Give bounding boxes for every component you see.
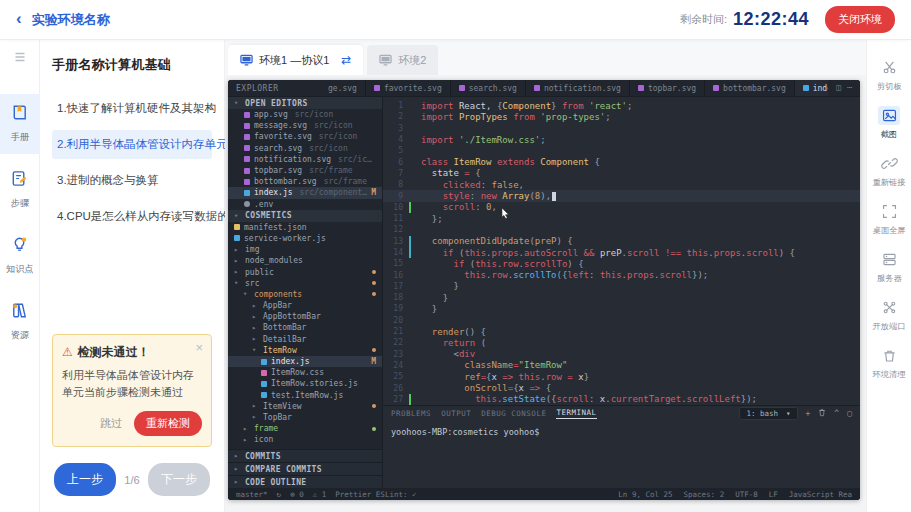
sidebar-item-2[interactable]: 知识点 xyxy=(0,226,40,286)
next-step-button[interactable]: 下一步 xyxy=(148,463,210,496)
tree-folder-icon[interactable]: ▸icon xyxy=(228,434,382,445)
more-actions-icon[interactable]: ⋯ xyxy=(847,84,852,92)
status-item[interactable]: ⚠ 1 xyxy=(313,490,327,499)
node-label: index.js xyxy=(271,357,310,366)
open-editor-item[interactable]: app.svgsrc/icon xyxy=(228,109,382,120)
prev-step-button[interactable]: 上一步 xyxy=(54,463,116,496)
status-item[interactable]: Spaces: 2 xyxy=(684,490,725,499)
tree-folder-public[interactable]: ▸public xyxy=(228,266,382,277)
code-text: render() { xyxy=(421,327,486,337)
editor-tab[interactable]: favorite.svg xyxy=(366,80,451,96)
tool-item-5[interactable]: 开放端口 xyxy=(871,298,907,333)
status-item[interactable]: UTF-8 xyxy=(735,490,758,499)
status-item[interactable]: Ln 9, Col 25 xyxy=(618,490,672,499)
section-code-outline[interactable]: ▸CODE OUTLINE xyxy=(228,475,382,488)
open-editor-item[interactable]: topbar.svgsrc/frame xyxy=(228,165,382,176)
code-editor-surface[interactable]: 1import React, {Component} from 'react';… xyxy=(383,97,860,405)
terminal-tab-problems[interactable]: PROBLEMS xyxy=(391,409,431,418)
open-editor-item[interactable]: bottombar.svgsrc/frame xyxy=(228,176,382,187)
tree-folder-BottomBar[interactable]: ▸BottomBar xyxy=(228,322,382,333)
skip-button[interactable]: 跳过 xyxy=(100,416,122,431)
tree-folder-node_modules[interactable]: ▸node_modules xyxy=(228,255,382,266)
manual-item-1[interactable]: 1.快速了解计算机硬件及其架构 xyxy=(52,94,212,123)
swap-icon[interactable]: ⇄ xyxy=(341,53,351,67)
section-compare-commits[interactable]: ▸COMPARE COMMITS xyxy=(228,462,382,475)
tool-item-4[interactable]: 服务器 xyxy=(876,250,903,285)
sidebar-item-1[interactable]: 步骤 xyxy=(0,160,40,220)
tool-item-3[interactable]: 桌面全屏 xyxy=(871,202,907,237)
split-editor-icon[interactable]: ◫ xyxy=(836,84,841,92)
status-item[interactable]: ↻ xyxy=(277,490,282,499)
status-item[interactable]: Prettier ESLint: ✓ xyxy=(335,490,416,499)
close-env-button[interactable]: 关闭环境 xyxy=(825,6,895,33)
env-tab-1[interactable]: 环境1 —协议1⇄ xyxy=(228,45,363,75)
tree-file-ItemRow.css[interactable]: ItemRow.css xyxy=(228,367,382,378)
manual-item-4[interactable]: 4.CPU是怎么样从内存读写数据的 xyxy=(52,202,212,231)
tree-folder-frame[interactable]: ▸frame xyxy=(228,423,382,434)
env-tab-2[interactable]: 环境2 xyxy=(367,45,438,75)
tool-item-2[interactable]: 重新链接 xyxy=(871,154,907,189)
editor-tab[interactable]: search.svg xyxy=(451,80,526,96)
code-line: 23 <div xyxy=(383,349,860,360)
manual-item-2[interactable]: 2.利用半导体晶体管设计内存单元 xyxy=(52,130,212,159)
close-panel-icon[interactable]: ▢ xyxy=(847,410,852,418)
line-number: 10 xyxy=(383,203,409,212)
code-line: 25 ref={x => this.row = x} xyxy=(383,371,860,382)
line-number: 4 xyxy=(383,135,409,144)
tool-item-0[interactable]: 剪切板 xyxy=(876,58,903,93)
retry-detection-button[interactable]: 重新检测 xyxy=(134,411,202,436)
status-item[interactable]: LF xyxy=(769,490,778,499)
terminal-tab-debug-console[interactable]: DEBUG CONSOLE xyxy=(481,409,546,418)
open-editor-item[interactable]: search.svgsrc/icon xyxy=(228,143,382,154)
collapse-panel-icon[interactable] xyxy=(13,50,27,68)
sidebar-item-0[interactable]: 手册 xyxy=(0,94,40,154)
tree-folder-DetailBar[interactable]: ▸DetailBar xyxy=(228,334,382,345)
open-editor-item[interactable]: favorite.svgsrc/icon xyxy=(228,131,382,142)
open-editor-item[interactable]: index.jssrc/components...M xyxy=(228,187,382,198)
terminal-prompt[interactable]: yoohoos-MBP:cosmetics yoohoo$ xyxy=(383,421,860,443)
manual-item-3[interactable]: 3.进制的概念与换算 xyxy=(52,166,212,195)
tree-file-manifest.json[interactable]: manifest.json xyxy=(228,222,382,233)
editor-tab[interactable]: bottombar.svg xyxy=(705,80,795,96)
trash-icon[interactable] xyxy=(818,408,826,419)
editor-tab[interactable]: topbar.svg xyxy=(630,80,705,96)
file-detail: src/icon xyxy=(314,121,353,130)
fullscreen-icon xyxy=(878,202,900,221)
tree-folder-AppBar[interactable]: ▸AppBar xyxy=(228,300,382,311)
sidebar-item-3[interactable]: 资源 xyxy=(0,292,40,352)
node-label: AppBar xyxy=(263,301,292,310)
open-editor-item[interactable]: message.svgsrc/icon xyxy=(228,120,382,131)
tree-folder-TopBar[interactable]: ▸TopBar xyxy=(228,412,382,423)
maximize-panel-icon[interactable]: ^ xyxy=(834,410,839,418)
new-terminal-icon[interactable]: + xyxy=(806,410,811,418)
tree-folder-ItemView[interactable]: ▸ItemView xyxy=(228,401,382,412)
tree-folder-img[interactable]: ▸img xyxy=(228,244,382,255)
editor-tab[interactable]: index.js...ItemRow× xyxy=(795,80,829,96)
terminal-tab-output[interactable]: OUTPUT xyxy=(441,409,471,418)
tree-file-ItemRow.stories.js[interactable]: ItemRow.stories.js xyxy=(228,378,382,389)
tree-folder-src[interactable]: ▾src xyxy=(228,278,382,289)
status-item[interactable]: JavaScript Rea xyxy=(789,490,852,499)
open-editor-item[interactable]: notification.svgsrc/icon xyxy=(228,154,382,165)
tree-folder-ItemRow[interactable]: ▾ItemRow xyxy=(228,345,382,356)
terminal-tab-terminal[interactable]: TERMINAL xyxy=(556,408,596,419)
back-icon[interactable]: ‹ xyxy=(16,10,22,27)
shell-select[interactable]: 1: bash▾ xyxy=(739,407,797,420)
status-item[interactable]: ⊗ 0 xyxy=(290,490,304,499)
tree-file-index.js[interactable]: index.jsM xyxy=(228,356,382,367)
open-editors-header[interactable]: ▾OPEN EDITORS xyxy=(228,97,382,109)
file-detail: src/icon xyxy=(309,144,348,153)
editor-tab[interactable]: ge.svg xyxy=(320,80,366,96)
tool-item-6[interactable]: 环境清理 xyxy=(871,346,907,381)
tool-item-1[interactable]: 截图 xyxy=(878,106,900,141)
section-commits[interactable]: ▸COMMITS xyxy=(228,449,382,462)
open-editor-item[interactable]: .env xyxy=(228,199,382,210)
editor-tab[interactable]: notification.svg xyxy=(526,80,630,96)
close-icon[interactable]: × xyxy=(195,341,203,354)
tree-folder-components[interactable]: ▾components xyxy=(228,289,382,300)
project-header[interactable]: ▾COSMETICS xyxy=(228,210,382,222)
tree-file-service-worker.js[interactable]: service-worker.js xyxy=(228,233,382,244)
status-item[interactable]: master* xyxy=(236,490,268,499)
tree-folder-AppBottomBar[interactable]: ▸AppBottomBar xyxy=(228,311,382,322)
tree-file-test.ItemRow.js[interactable]: test.ItemRow.js xyxy=(228,390,382,401)
